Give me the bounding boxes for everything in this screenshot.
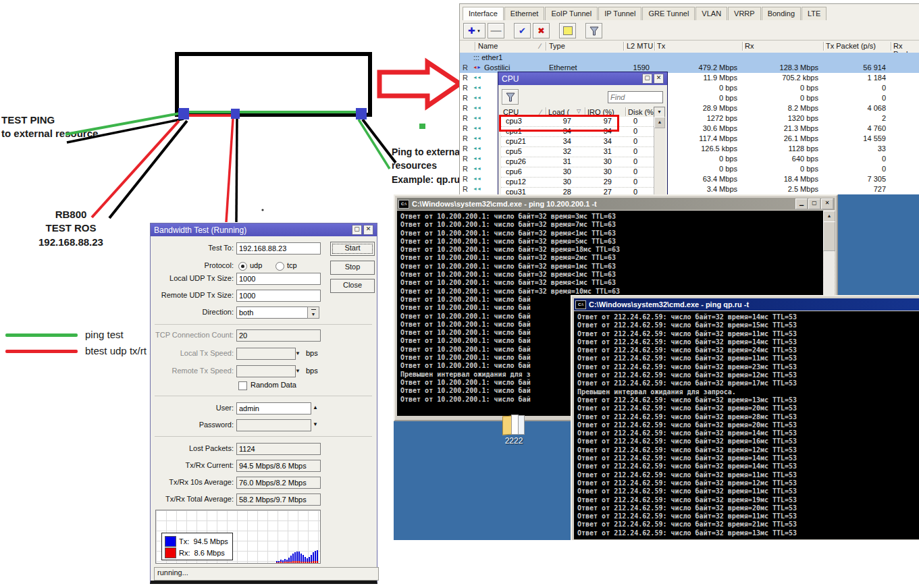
tab-bonding[interactable]: Bonding xyxy=(762,7,801,20)
tab-ethernet[interactable]: Ethernet xyxy=(504,7,545,20)
console-line: Ответ от 10.200.200.1: число байт=32 вре… xyxy=(400,279,823,287)
lost-packets-label: Lost Packets: xyxy=(153,444,234,452)
tx-packet-value: 1 184 xyxy=(867,74,886,82)
cpu-filter-button[interactable] xyxy=(502,89,519,105)
tx-value: 0 bps xyxy=(719,165,737,173)
close-icon[interactable]: ✕ xyxy=(821,198,833,209)
maximize-icon[interactable]: ▢ xyxy=(642,74,652,84)
dropdown-icon[interactable]: ▼ xyxy=(307,306,319,319)
tx-value: 11.9 Mbps xyxy=(703,74,737,82)
remove-button[interactable]: — xyxy=(488,23,504,38)
close-icon[interactable]: ✕ xyxy=(654,74,664,84)
maximize-icon[interactable]: ▢ xyxy=(808,198,820,209)
link-black-rb800 xyxy=(109,121,187,218)
cpu-find-input[interactable] xyxy=(608,91,663,103)
cmd2-console[interactable]: Ответ от 212.24.62.59: число байт=32 вре… xyxy=(574,311,919,539)
user-input[interactable] xyxy=(236,402,311,415)
tab-lte[interactable]: LTE xyxy=(802,7,826,20)
interface-running-icon: ◄◄ xyxy=(473,115,481,120)
close-icon[interactable]: ✕ xyxy=(363,225,373,235)
tx-swatch xyxy=(165,536,176,547)
col-tx-packet: Tx Packet (p/s) xyxy=(826,42,876,50)
port-sfp1-square xyxy=(356,108,367,119)
protocol-udp-radio[interactable] xyxy=(238,262,247,271)
cmd1-titlebar[interactable]: C:\ C:\Windows\system32\cmd.exe - ping 1… xyxy=(397,198,835,210)
start-button[interactable]: Start xyxy=(330,242,375,256)
local-udp-input[interactable] xyxy=(236,273,321,285)
graph-legend: Tx: 94.5 Mbps Rx: 8.6 Mbps xyxy=(161,533,233,560)
console-line: Ответ от 10.200.200.1: число байт=32 вре… xyxy=(400,246,823,254)
random-data-checkbox[interactable] xyxy=(238,381,247,390)
status-text: running... xyxy=(157,568,188,577)
spinner-up-icon[interactable]: ▲ xyxy=(313,404,318,410)
tab-vlan[interactable]: VLAN xyxy=(695,7,727,20)
minimize-icon[interactable]: ▁ xyxy=(795,198,808,209)
tab-gre-tunnel[interactable]: GRE Tunnel xyxy=(642,7,695,20)
remote-udp-input[interactable] xyxy=(236,290,321,302)
cpu-load-value: 30 xyxy=(563,178,571,186)
maximize-icon[interactable]: ▢ xyxy=(352,225,362,235)
cpu-row[interactable]: cpu1230290 xyxy=(501,178,654,188)
interface-table-header[interactable]: Name ∕ Type L2 MTU Tx Rx Tx Packet (p/s)… xyxy=(460,40,919,53)
disable-button[interactable]: ✖ xyxy=(533,23,550,38)
graph-bar xyxy=(280,560,282,563)
filter-button[interactable] xyxy=(585,23,602,38)
remote-tx-speed-input[interactable] xyxy=(236,365,296,377)
graph-bars xyxy=(276,550,318,563)
rx-value: 8.2 Mbps xyxy=(788,104,818,112)
test-to-input[interactable] xyxy=(236,242,321,255)
console-line: Ответ от 212.24.62.59: число байт=32 вре… xyxy=(577,379,919,387)
console-line: Ответ от 212.24.62.59: число байт=32 вре… xyxy=(577,512,919,520)
close-button[interactable]: Close xyxy=(330,279,375,293)
cpu-name: cpu12 xyxy=(506,178,526,186)
password-input[interactable] xyxy=(236,419,311,431)
running-flag: R xyxy=(463,134,468,142)
scroll-up-icon[interactable]: ▲ xyxy=(823,211,835,222)
tab-vrrp[interactable]: VRRP xyxy=(728,7,761,20)
spinner-down-icon[interactable]: ▼ xyxy=(313,421,318,427)
cpu-row[interactable]: cpu532310 xyxy=(501,147,654,157)
scroll-up-icon[interactable]: ▲ xyxy=(654,117,665,128)
protocol-tcp-radio[interactable] xyxy=(275,262,284,271)
dropdown-icon[interactable]: ▼ xyxy=(295,368,300,374)
remote-tx-unit: bps xyxy=(306,367,318,375)
bandwidth-titlebar[interactable]: Bandwidth Test (Running) ▢ ✕ xyxy=(151,223,377,236)
cpu-row[interactable]: cpu2631300 xyxy=(501,157,654,167)
funnel-icon xyxy=(589,26,599,36)
cpu-row[interactable]: cpu2134340 xyxy=(501,137,654,147)
graph-bar xyxy=(284,559,286,563)
enable-button[interactable]: ✔ xyxy=(514,23,531,38)
rx-value: 26.1 Mbps xyxy=(784,134,818,142)
scroll-thumb[interactable] xyxy=(823,221,835,251)
tab-eoip-tunnel[interactable]: EoIP Tunnel xyxy=(545,7,598,20)
tab-ip-tunnel[interactable]: IP Tunnel xyxy=(598,7,641,20)
comment-row[interactable]: ::: ether1 xyxy=(460,53,919,63)
check-icon: ✔ xyxy=(519,26,526,36)
cmd-icon: C:\ xyxy=(575,300,586,309)
rx-value: 705.2 kbps xyxy=(782,74,818,82)
running-flag: R xyxy=(463,74,468,82)
cpu-name: cpu26 xyxy=(506,157,526,165)
tx-value: 63.4 Mbps xyxy=(703,175,737,183)
sort-asc-icon: ∕ xyxy=(540,42,541,50)
add-button[interactable]: ✚ ▼ xyxy=(463,23,485,38)
local-udp-label: Local UDP Tx Size: xyxy=(153,274,234,282)
cpu-window-titlebar[interactable]: CPU ▢ ✕ xyxy=(498,72,667,85)
direction-select[interactable] xyxy=(236,306,309,319)
cpu-name: cpu21 xyxy=(506,137,526,145)
cpu-scrollbar[interactable]: ▲ xyxy=(654,117,665,196)
interface-running-icon: ◄◄ xyxy=(473,105,481,110)
column-select-icon[interactable]: ▼ xyxy=(654,107,665,117)
cpu-row[interactable]: cpu630300 xyxy=(501,167,654,178)
console-line: Превышен интервал ожидания для запроса. xyxy=(577,388,919,396)
tab-interface[interactable]: Interface xyxy=(463,7,504,20)
cmd2-titlebar[interactable]: C:\ C:\Windows\system32\cmd.exe - ping q… xyxy=(574,298,919,311)
desktop-folder-shortcut[interactable]: 2222 xyxy=(494,415,534,446)
stop-button[interactable]: Stop xyxy=(330,261,375,275)
dropdown-icon[interactable]: ▼ xyxy=(295,350,300,356)
local-tx-speed-input[interactable] xyxy=(236,348,296,360)
graph-bar xyxy=(311,555,312,563)
running-flag: R xyxy=(463,63,468,72)
comment-button[interactable] xyxy=(559,23,576,38)
console-line: Ответ от 212.24.62.59: число байт=32 вре… xyxy=(577,354,919,363)
